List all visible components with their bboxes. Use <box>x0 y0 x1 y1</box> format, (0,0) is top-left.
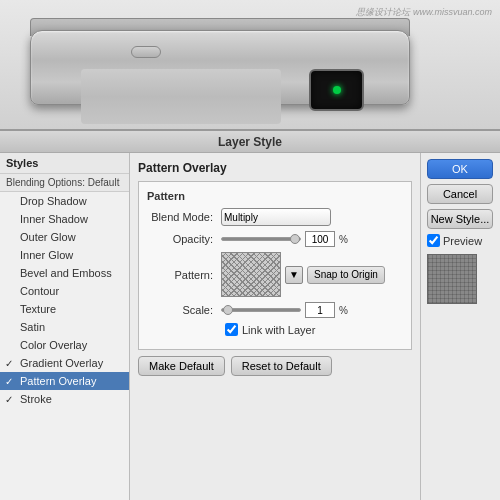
sidebar-item-contour[interactable]: Contour <box>0 282 129 300</box>
section-title: Pattern Overlay <box>138 161 412 175</box>
pattern-section-box: Pattern Blend Mode: Multiply Normal Scre… <box>138 181 412 350</box>
sidebar-item-color-overlay[interactable]: Color Overlay <box>0 336 129 354</box>
preview-row: Preview <box>427 234 494 247</box>
main-content: Pattern Overlay Pattern Blend Mode: Mult… <box>130 153 420 500</box>
viewfinder-indicator <box>333 86 341 94</box>
reset-default-button[interactable]: Reset to Default <box>231 356 332 376</box>
opacity-slider[interactable] <box>221 237 301 241</box>
pattern-menu-button[interactable]: ▼ <box>285 266 303 284</box>
scale-slider[interactable] <box>221 308 301 312</box>
opacity-row: Opacity: % <box>147 231 403 247</box>
opacity-input[interactable] <box>305 231 335 247</box>
opacity-unit: % <box>339 234 348 245</box>
camera-image-area: 思缘设计论坛 www.missvuan.com <box>0 0 500 130</box>
styles-header: Styles <box>0 153 129 174</box>
ok-button[interactable]: OK <box>427 159 493 179</box>
link-layer-checkbox[interactable] <box>225 323 238 336</box>
opacity-label: Opacity: <box>147 233 217 245</box>
make-default-button[interactable]: Make Default <box>138 356 225 376</box>
scale-input[interactable] <box>305 302 335 318</box>
sidebar-item-stroke[interactable]: Stroke <box>0 390 129 408</box>
right-panel: OK Cancel New Style... Preview <box>420 153 500 500</box>
dialog-body: Styles Blending Options: Default Drop Sh… <box>0 153 500 500</box>
link-layer-label: Link with Layer <box>242 324 315 336</box>
sidebar-item-texture[interactable]: Texture <box>0 300 129 318</box>
scale-row: Scale: % <box>147 302 403 318</box>
camera-lens <box>81 69 281 124</box>
bottom-buttons: Make Default Reset to Default <box>138 356 412 376</box>
sidebar-item-satin[interactable]: Satin <box>0 318 129 336</box>
dialog-titlebar: Layer Style <box>0 131 500 153</box>
subsection-title: Pattern <box>147 190 403 202</box>
layer-style-dialog: Layer Style Styles Blending Options: Def… <box>0 130 500 500</box>
styles-panel: Styles Blending Options: Default Drop Sh… <box>0 153 130 500</box>
sidebar-item-gradient-overlay[interactable]: Gradient Overlay <box>0 354 129 372</box>
preview-label: Preview <box>443 235 482 247</box>
new-style-button[interactable]: New Style... <box>427 209 493 229</box>
scale-slider-container: % <box>221 302 348 318</box>
scale-label: Scale: <box>147 304 217 316</box>
blend-mode-row: Blend Mode: Multiply Normal Screen Overl… <box>147 208 403 226</box>
sidebar-item-drop-shadow[interactable]: Drop Shadow <box>0 192 129 210</box>
sidebar-item-outer-glow[interactable]: Outer Glow <box>0 228 129 246</box>
blend-mode-label: Blend Mode: <box>147 211 217 223</box>
blend-mode-select-wrapper: Multiply Normal Screen Overlay <box>221 208 331 226</box>
snap-to-origin-button[interactable]: Snap to Origin <box>307 266 385 284</box>
preview-swatch <box>427 254 477 304</box>
styles-list: Blending Options: Default Drop Shadow In… <box>0 174 129 408</box>
camera-body <box>30 30 410 105</box>
sidebar-item-inner-glow[interactable]: Inner Glow <box>0 246 129 264</box>
sidebar-item-blending[interactable]: Blending Options: Default <box>0 174 129 192</box>
blend-mode-select[interactable]: Multiply Normal Screen Overlay <box>221 208 331 226</box>
sidebar-item-inner-shadow[interactable]: Inner Shadow <box>0 210 129 228</box>
cancel-button[interactable]: Cancel <box>427 184 493 204</box>
preview-checkbox[interactable] <box>427 234 440 247</box>
camera-shutter <box>131 46 161 58</box>
link-layer-row: Link with Layer <box>147 323 403 336</box>
opacity-slider-container: % <box>221 231 348 247</box>
camera-viewfinder <box>309 69 364 111</box>
pattern-row: Pattern: ▼ Snap to Origin <box>147 252 403 297</box>
sidebar-item-pattern-overlay[interactable]: Pattern Overlay <box>0 372 129 390</box>
sidebar-item-bevel-emboss[interactable]: Bevel and Emboss <box>0 264 129 282</box>
pattern-label: Pattern: <box>147 269 217 281</box>
pattern-preview[interactable] <box>221 252 281 297</box>
dialog-title: Layer Style <box>218 135 282 149</box>
scale-unit: % <box>339 305 348 316</box>
